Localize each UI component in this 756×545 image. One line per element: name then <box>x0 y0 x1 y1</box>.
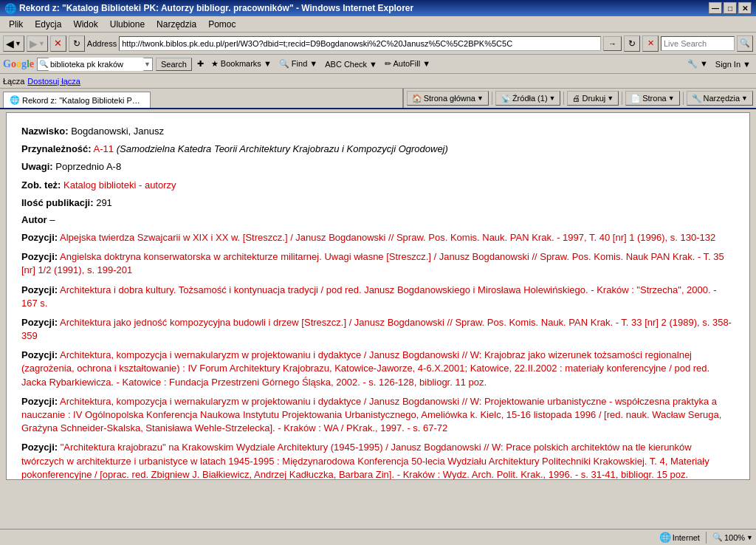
home-arrow-icon[interactable]: ▼ <box>477 95 484 102</box>
nazwisko-label: Nazwisko: <box>21 126 69 137</box>
narzedzia-label: Narzędzia <box>704 94 740 103</box>
refresh-button[interactable]: ↻ <box>69 35 85 52</box>
ilosc-label: Ilość publikacji: <box>21 197 94 208</box>
google-logo: Google <box>3 58 34 70</box>
menu-plik[interactable]: Plik <box>3 18 29 31</box>
sources-arrow-icon[interactable]: ▼ <box>549 95 556 102</box>
address-bar-area: Address → ↻ ✕ <box>87 35 659 52</box>
print-arrow-icon[interactable]: ▼ <box>607 95 614 102</box>
ilosc-value: 291 <box>96 197 112 208</box>
list-item: Pozycji: Angielska doktryna konserwators… <box>21 250 732 277</box>
tools-btn[interactable]: 🔧 ▼ <box>685 58 710 69</box>
pozycja-link-6[interactable]: "Architektura krajobrazu" na Krakowskim … <box>21 442 709 479</box>
menu-bar: Plik Edycja Widok Ulubione Narzędzia Pom… <box>0 16 756 32</box>
forward-icon: ▶ <box>30 38 38 49</box>
dostosuj-lacza-link[interactable]: Dostosuj łącza <box>27 77 80 86</box>
print-button[interactable]: 🖨 Drukuj ▼ <box>567 91 619 106</box>
przynaleznosc-code-link[interactable]: A-11 <box>94 143 114 154</box>
google-search-button[interactable]: Search <box>156 58 192 71</box>
menu-ulubione[interactable]: Ulubione <box>104 18 151 31</box>
tab-0[interactable]: 🌐 Rekord z: "Katalog Biblioteki PK: Auto… <box>3 92 151 108</box>
live-search-input[interactable] <box>661 36 735 51</box>
page-button[interactable]: 📄 Strona ▼ <box>625 91 679 106</box>
google-search-dropdown[interactable]: ▼ <box>144 61 151 68</box>
przynaleznosc-label: Przynależność: <box>21 143 92 154</box>
list-item: Pozycji: "Architektura krajobrazu" na Kr… <box>21 441 732 479</box>
address-input[interactable] <box>119 36 601 51</box>
narzedzia-button[interactable]: 🔧 Narzędzia ▼ <box>687 91 753 106</box>
menu-narzedzia[interactable]: Narzędzia <box>151 18 202 31</box>
przynaleznosc-field: Przynależność: A-11 (Samodzielna Katedra… <box>21 143 732 156</box>
content-container: Nazwisko: Bogdanowski, Janusz Przynależn… <box>6 112 750 480</box>
nazwisko-value: Bogdanowski, Janusz <box>71 126 164 137</box>
bookmarks-btn[interactable]: ★ Bookmarks ▼ <box>209 58 274 69</box>
tab-bar: 🌐 Rekord z: "Katalog Biblioteki PK: Auto… <box>0 89 403 108</box>
toolbar-sep-3 <box>622 92 622 105</box>
close-button[interactable]: ✕ <box>738 2 752 14</box>
signin-btn[interactable]: Sign In ▼ <box>713 59 753 69</box>
menu-widok[interactable]: Widok <box>67 18 103 31</box>
uwagi-value: Poprzednio A-8 <box>55 161 121 172</box>
maximize-button[interactable]: □ <box>724 2 737 14</box>
forward-button[interactable]: ▶ ▼ <box>27 35 48 52</box>
back-button[interactable]: ◀ ▼ <box>3 35 24 52</box>
toolbar-sep-1 <box>492 92 492 105</box>
google-search-input[interactable] <box>48 58 144 71</box>
autor-line: Autor – <box>21 214 732 225</box>
list-item: Pozycji: Architektura, kompozycja i wern… <box>21 395 732 436</box>
page-arrow-icon[interactable]: ▼ <box>668 95 675 102</box>
home-button[interactable]: 🏠 Strona główna ▼ <box>407 91 489 106</box>
zob-tez-label: Zob. też: <box>21 179 61 191</box>
list-item: Pozycji: Architektura jako jedność kompo… <box>21 316 732 343</box>
pozycja-link-2[interactable]: Architektura i dobra kultury. Tożsamość … <box>21 284 717 309</box>
rss-icon: 📡 <box>501 94 511 103</box>
ie-app-icon: 🌐 <box>4 3 16 14</box>
zob-tez-field: Zob. też: Katalog biblioteki - autorzy <box>21 179 732 192</box>
narzedzia-icon: 🔧 <box>692 94 702 103</box>
autor-dash: – <box>49 214 55 225</box>
menu-edycja[interactable]: Edycja <box>29 18 67 31</box>
pozycji-label-6: Pozycji: <box>21 442 58 453</box>
positions-list: Pozycji: Alpejska twierdza Szwajcarii w … <box>21 231 732 479</box>
ilosc-field: Ilość publikacji: 291 <box>21 196 732 210</box>
uwagi-label: Uwagi: <box>21 161 53 172</box>
back-dropdown-icon[interactable]: ▼ <box>15 40 21 47</box>
pozycji-label-2: Pozycji: <box>21 284 58 295</box>
nav-toolbar: 🏠 Strona główna ▼ 📡 Źródła (1) ▼ 🖨 Druku… <box>403 89 756 108</box>
stop-icon2[interactable]: ✕ <box>642 35 659 52</box>
find-btn[interactable]: 🔍 Find ▼ <box>277 58 320 69</box>
pozycja-link-4[interactable]: Architektura, kompozycja i wernakularyzm… <box>21 349 709 387</box>
refresh-icon: ↻ <box>73 38 80 49</box>
magnifier-icon: 🔍 <box>740 38 750 48</box>
refresh-icon2[interactable]: ↻ <box>624 35 640 52</box>
uwagi-field: Uwagi: Poprzednio A-8 <box>21 160 732 174</box>
pozycji-label-0: Pozycji: <box>21 232 58 243</box>
list-item: Pozycji: Architektura i dobra kultury. T… <box>21 284 732 310</box>
stop-icon: ✕ <box>54 38 62 49</box>
go-button[interactable]: → <box>603 36 622 51</box>
minimize-button[interactable]: — <box>709 2 722 14</box>
pozycja-link-0[interactable]: Alpejska twierdza Szwajcarii w XIX i XX … <box>60 232 715 243</box>
stop-button[interactable]: ✕ <box>50 35 66 52</box>
sources-button[interactable]: 📡 Źródła (1) ▼ <box>495 91 561 106</box>
autofill-btn[interactable]: ✏ AutoFill ▼ <box>382 58 433 69</box>
content-area[interactable]: Nazwisko: Bogdanowski, Janusz Przynależn… <box>7 113 749 479</box>
katalog-link[interactable]: Katalog biblioteki - autorzy <box>63 179 176 191</box>
address-toolbar: ◀ ▼ ▶ ▼ ✕ ↻ Address → ↻ ✕ 🔍 <box>0 32 756 55</box>
print-icon: 🖨 <box>572 94 580 103</box>
forward-dropdown-icon[interactable]: ▼ <box>38 40 45 47</box>
pozycja-link-3[interactable]: Architektura jako jedność kompozycyjna b… <box>21 317 732 341</box>
pozycji-label-1: Pozycji: <box>21 251 58 262</box>
pozycja-link-5[interactable]: Architektura, kompozycja i wernakularyzm… <box>21 396 721 433</box>
list-item: Pozycji: Alpejska twierdza Szwajcarii w … <box>21 231 732 244</box>
window-title: Rekord z: "Katalog Biblioteki PK: Autorz… <box>19 3 413 13</box>
add-toolbar-btn[interactable]: ✚ <box>195 58 206 69</box>
menu-pomoc[interactable]: Pomoc <box>202 18 241 31</box>
address-label: Address <box>87 39 117 48</box>
page-icon: 📄 <box>630 94 641 103</box>
check-btn[interactable]: ABC Check ▼ <box>323 59 379 69</box>
narzedzia-arrow-icon[interactable]: ▼ <box>741 95 748 102</box>
live-search-button[interactable]: 🔍 <box>737 35 753 52</box>
pozycja-link-1[interactable]: Angielska doktryna konserwatorska w arch… <box>21 251 724 275</box>
ie-tab-icon: 🌐 <box>10 95 20 105</box>
